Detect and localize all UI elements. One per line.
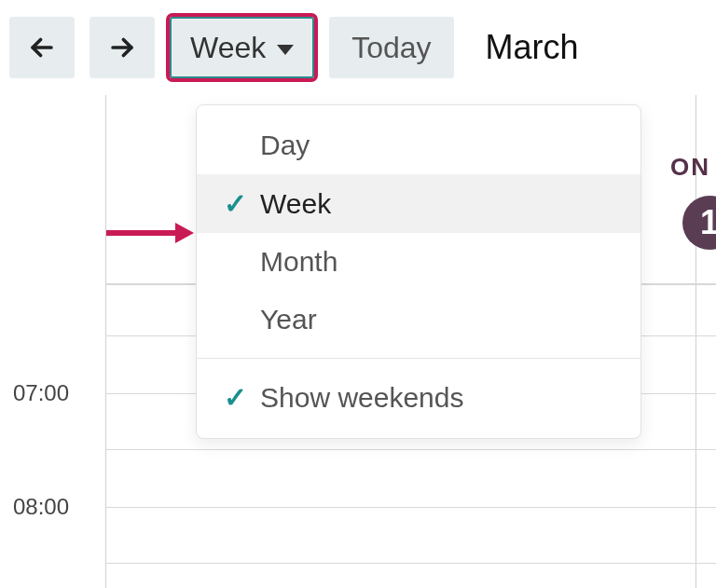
menu-item-label: Day xyxy=(260,130,310,161)
menu-item-label: Show weekends xyxy=(260,382,463,414)
today-button[interactable]: Today xyxy=(329,17,453,78)
calendar-toolbar: Week Today March xyxy=(0,0,716,95)
time-column: 07:00 08:00 xyxy=(0,95,103,588)
menu-item-month[interactable]: Month xyxy=(197,233,640,291)
menu-divider xyxy=(197,358,640,359)
month-label: March xyxy=(486,28,579,67)
menu-item-show-weekends[interactable]: ✓ Show weekends xyxy=(197,368,640,427)
menu-item-week[interactable]: ✓ Week xyxy=(197,174,640,233)
menu-item-label: Month xyxy=(260,246,337,278)
arrow-left-icon xyxy=(26,32,58,63)
menu-item-year[interactable]: Year xyxy=(197,291,640,349)
view-dropdown-button[interactable]: Week xyxy=(170,17,314,78)
menu-item-label: Year xyxy=(260,304,317,335)
grid-line xyxy=(105,95,106,588)
menu-item-label: Week xyxy=(260,188,331,220)
time-label-07: 07:00 xyxy=(13,380,69,406)
day-header-abbr: ON xyxy=(670,153,710,182)
menu-item-day[interactable]: Day xyxy=(197,116,640,174)
annotation-arrow-icon xyxy=(104,220,194,246)
view-dropdown-label: Week xyxy=(190,31,266,65)
grid-line xyxy=(105,563,716,564)
next-button[interactable] xyxy=(90,17,155,78)
grid-line xyxy=(105,449,716,450)
view-dropdown-menu: Day ✓ Week Month Year ✓ Show weekends xyxy=(196,104,641,439)
day-number-badge[interactable]: 1 xyxy=(682,196,716,250)
time-label-08: 08:00 xyxy=(13,494,69,520)
grid-line xyxy=(105,507,716,508)
check-icon: ✓ xyxy=(223,187,247,220)
caret-down-icon xyxy=(277,45,294,55)
prev-button[interactable] xyxy=(9,17,75,78)
check-icon: ✓ xyxy=(223,381,247,414)
arrow-right-icon xyxy=(106,32,138,63)
svg-marker-3 xyxy=(175,223,194,243)
